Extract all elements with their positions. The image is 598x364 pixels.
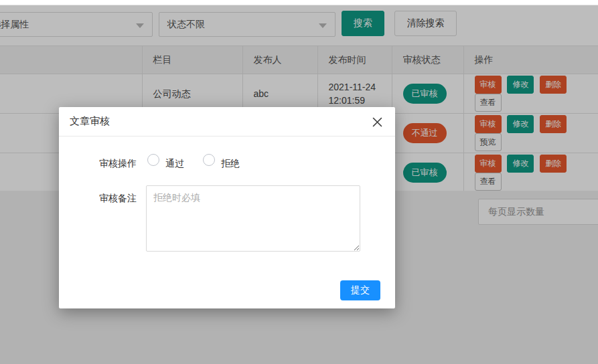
top-panel-edge bbox=[0, 0, 598, 5]
review-note-textarea[interactable] bbox=[146, 185, 360, 252]
article-review-modal: 文章审核 审核操作 通过 拒绝 审核备注 提交 bbox=[59, 107, 395, 308]
modal-header: 文章审核 bbox=[59, 107, 395, 136]
modal-title: 文章审核 bbox=[70, 115, 110, 128]
radio-pass[interactable] bbox=[147, 154, 159, 166]
radio-reject-label[interactable]: 拒绝 bbox=[221, 158, 240, 170]
review-action-label: 审核操作 bbox=[99, 158, 137, 170]
review-note-label: 审核备注 bbox=[99, 193, 137, 205]
radio-pass-label[interactable]: 通过 bbox=[165, 158, 184, 170]
radio-reject[interactable] bbox=[203, 154, 215, 166]
close-icon[interactable] bbox=[370, 114, 384, 129]
submit-button[interactable]: 提交 bbox=[340, 280, 380, 300]
